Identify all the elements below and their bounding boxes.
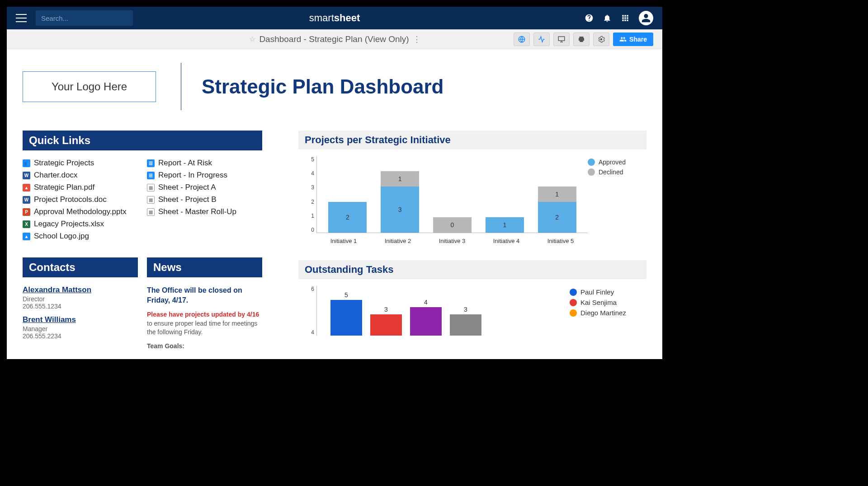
contact-phone: 206.555.2234	[23, 332, 138, 340]
document-toolbar: ☆ Dashboard - Strategic Plan (View Only)…	[7, 29, 662, 49]
bar-approved: 3	[381, 187, 419, 233]
link-label: Approval Methodology.pptx	[34, 207, 127, 216]
legend-item: Approved	[588, 159, 642, 166]
quick-link[interactable]: PApproval Methodology.pptx	[23, 207, 138, 216]
file-icon: ▦	[147, 196, 155, 204]
print-button[interactable]	[573, 33, 590, 46]
file-icon: P	[23, 208, 30, 216]
link-label: Strategic Projects	[34, 159, 94, 168]
contact-card: Brent WilliamsManager206.555.2234	[23, 315, 138, 340]
profile-avatar[interactable]	[639, 11, 653, 25]
file-icon: ▦	[147, 208, 155, 216]
quick-link[interactable]: ▦Sheet - Master Roll-Up	[147, 207, 262, 216]
star-icon[interactable]: ☆	[249, 35, 255, 43]
chart-title: Projects per Strategic Initiative	[298, 131, 646, 150]
link-label: Strategic Plan.pdf	[34, 183, 94, 192]
news-body: Please have projects updated by 4/16 to …	[147, 310, 262, 337]
file-icon: 👥	[23, 159, 30, 167]
bar-approved: 1	[486, 217, 524, 233]
more-icon[interactable]: ⋮	[413, 34, 420, 44]
bar-declined: 1	[538, 187, 576, 202]
task-bar: 4	[410, 299, 442, 336]
quick-link[interactable]: ▲Strategic Plan.pdf	[23, 183, 138, 192]
contact-name[interactable]: Brent Williams	[23, 315, 138, 324]
file-icon: W	[23, 196, 30, 204]
link-label: School Logo.jpg	[34, 232, 89, 241]
quick-link[interactable]: 👥Strategic Projects	[23, 159, 138, 168]
svg-rect-1	[558, 37, 565, 41]
quick-link[interactable]: XLegacy Projects.xlsx	[23, 220, 138, 229]
document-title: ☆ Dashboard - Strategic Plan (View Only)…	[249, 34, 420, 44]
bar-declined: 1	[381, 171, 419, 187]
chart-title: Outstanding Tasks	[298, 260, 646, 279]
menu-icon[interactable]	[16, 14, 27, 22]
task-bar: 3	[370, 306, 402, 336]
search-icon	[127, 18, 127, 19]
svg-point-2	[600, 38, 603, 40]
present-button[interactable]	[553, 33, 570, 46]
file-icon: ▲	[23, 233, 30, 240]
contact-role: Manager	[23, 325, 138, 332]
bar-approved: 2	[538, 202, 576, 233]
quick-link[interactable]: WCharter.docx	[23, 171, 138, 180]
top-navbar: smartsheet	[7, 7, 662, 29]
file-icon: ☰	[147, 172, 155, 179]
file-icon: X	[23, 220, 30, 228]
news-header: News	[147, 257, 262, 277]
link-label: Sheet - Project A	[158, 183, 216, 192]
file-icon: W	[23, 172, 30, 179]
apps-icon[interactable]	[621, 14, 630, 23]
chart-initiatives: Projects per Strategic Initiative 543210…	[298, 131, 646, 247]
link-label: Charter.docx	[34, 171, 77, 180]
help-icon[interactable]	[585, 14, 594, 23]
link-label: Report - At Risk	[158, 159, 212, 168]
search-box[interactable]	[36, 10, 133, 26]
contact-name[interactable]: Alexandra Mattson	[23, 285, 138, 294]
contact-card: Alexandra MattsonDirector206.555.1234	[23, 285, 138, 310]
logo-placeholder: Your Logo Here	[23, 71, 156, 102]
x-label: Initiative 5	[539, 238, 582, 244]
quick-link[interactable]: WProject Protocols.doc	[23, 195, 138, 204]
task-bar: 5	[330, 291, 362, 336]
link-label: Report - In Progress	[158, 171, 227, 180]
legend-item: Diego Martinez	[570, 309, 642, 317]
brand-logo: smartsheet	[309, 12, 360, 24]
link-label: Legacy Projects.xlsx	[34, 220, 104, 229]
x-label: Initiative 3	[431, 238, 474, 244]
divider	[181, 63, 181, 110]
search-input[interactable]	[41, 14, 127, 22]
quick-link[interactable]: ▦Sheet - Project B	[147, 195, 262, 204]
quick-link[interactable]: ☰Report - In Progress	[147, 171, 262, 180]
activity-button[interactable]	[533, 33, 550, 46]
link-label: Sheet - Project B	[158, 195, 217, 204]
x-label: Initiative 1	[322, 238, 365, 244]
file-icon: ▦	[147, 184, 155, 192]
globe-button[interactable]	[514, 33, 530, 46]
chart-tasks: Outstanding Tasks 64 5343 Paul FinleyKai…	[298, 260, 646, 336]
file-icon: ▲	[23, 184, 30, 192]
news-goals: Team Goals:	[147, 342, 262, 350]
legend-item: Paul Finley	[570, 288, 642, 296]
quicklinks-header: Quick Links	[23, 131, 262, 150]
contacts-header: Contacts	[23, 257, 138, 277]
quick-link[interactable]: ▲School Logo.jpg	[23, 232, 138, 241]
quick-link[interactable]: ☰Report - At Risk	[147, 159, 262, 168]
link-label: Project Protocols.doc	[34, 195, 107, 204]
settings-button[interactable]	[593, 33, 609, 46]
legend-item: Declined	[588, 168, 642, 176]
bar-approved: 2	[328, 202, 367, 233]
bell-icon[interactable]	[603, 14, 612, 23]
task-bar: 3	[450, 306, 481, 336]
x-label: Initiative 4	[485, 238, 528, 244]
file-icon: ☰	[147, 159, 155, 167]
contact-role: Director	[23, 295, 138, 303]
news-headline: The Office will be closed on Friday, 4/1…	[147, 285, 262, 305]
contact-phone: 206.555.1234	[23, 303, 138, 310]
link-label: Sheet - Master Roll-Up	[158, 207, 236, 216]
quick-link[interactable]: ▦Sheet - Project A	[147, 183, 262, 192]
x-label: Initiative 2	[377, 238, 420, 244]
dashboard-title: Strategic Plan Dashboard	[202, 75, 443, 98]
legend-item: Kai Senjima	[570, 299, 642, 306]
share-button[interactable]: Share	[613, 33, 653, 46]
